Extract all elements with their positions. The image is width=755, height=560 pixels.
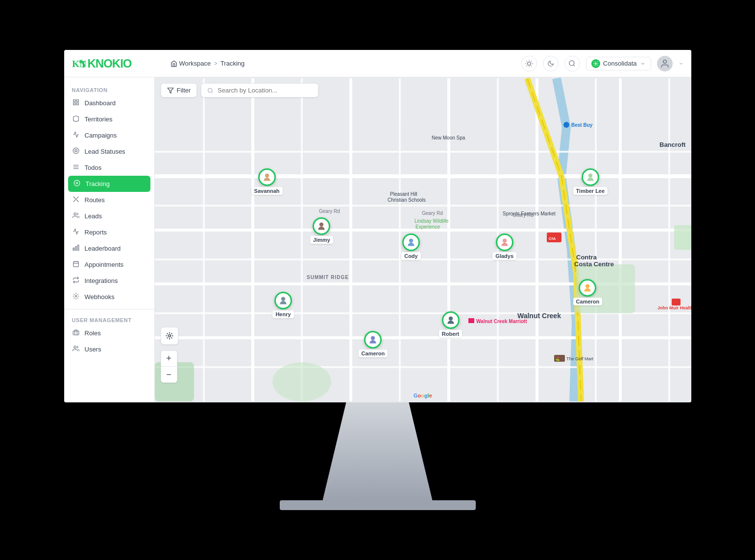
campaigns-icon	[72, 131, 80, 140]
sidebar-item-users[interactable]: Users	[64, 341, 154, 357]
sidebar-item-reports[interactable]: Reports	[64, 224, 154, 240]
zoom-in-button[interactable]: +	[161, 351, 177, 367]
chevron-down-icon	[640, 61, 646, 67]
map-pin-jimmy[interactable]: Jimmy	[310, 217, 333, 244]
sun-icon-button[interactable]	[521, 56, 537, 71]
sidebar-label-todos: Todos	[85, 164, 102, 171]
pin-label-gladys: Gladys	[492, 252, 516, 260]
sidebar-label-leaderboard: Leaderboard	[85, 245, 121, 252]
svg-point-38	[73, 346, 76, 349]
avatar-gladys	[496, 233, 513, 251]
svg-point-13	[569, 61, 574, 66]
map-pin-cameron2[interactable]: Cameron	[573, 279, 603, 305]
sidebar-item-territories[interactable]: Territories	[64, 111, 154, 127]
avatar-cameron2	[579, 279, 596, 297]
sidebar-item-lead-statuses[interactable]: Lead Statuses	[64, 143, 154, 160]
svg-point-97	[448, 317, 452, 321]
appointments-icon	[72, 260, 80, 269]
svg-rect-39	[155, 78, 691, 401]
filter-label: Filter	[177, 87, 191, 94]
google-logo: Google	[414, 393, 432, 398]
svg-text:Walnut Creek Marriott: Walnut Creek Marriott	[476, 319, 527, 324]
sidebar-item-roles[interactable]: Roles	[64, 325, 154, 341]
map-pin-timber-lee[interactable]: Timber Lee	[573, 168, 608, 195]
user-management-section-label: User Management	[64, 313, 154, 325]
pin-label-cameron1: Cameron	[359, 350, 388, 357]
leads-icon	[72, 212, 80, 220]
zoom-out-button[interactable]: −	[161, 367, 177, 382]
leaderboard-icon	[72, 244, 80, 253]
pin-label-cameron2: Cameron	[573, 298, 603, 305]
sidebar-item-routes[interactable]: Routes	[64, 192, 154, 208]
map-search-input[interactable]	[218, 87, 312, 94]
svg-rect-31	[73, 248, 74, 251]
monitor-base	[280, 500, 476, 510]
tracking-icon	[73, 180, 81, 188]
pin-label-jimmy: Jimmy	[310, 236, 333, 244]
svg-rect-29	[77, 245, 78, 251]
svg-marker-90	[168, 88, 173, 93]
svg-point-16	[663, 60, 666, 63]
svg-point-36	[75, 295, 77, 297]
sidebar-item-integrations[interactable]: Integrations	[64, 273, 154, 289]
sidebar-item-appointments[interactable]: Appointments	[64, 257, 154, 273]
svg-point-102	[168, 335, 170, 337]
search-icon-button[interactable]	[564, 56, 580, 71]
moon-icon-button[interactable]	[543, 56, 559, 71]
svg-text:Lindsay Wildlife: Lindsay Wildlife	[414, 218, 449, 224]
svg-text:Costa Centre: Costa Centre	[574, 260, 614, 268]
avatar-jimmy	[313, 217, 330, 235]
map-pin-robert[interactable]: Robert	[439, 311, 462, 338]
svg-text:CfA: CfA	[549, 236, 556, 241]
svg-rect-37	[73, 331, 79, 335]
svg-rect-88	[672, 299, 681, 305]
sidebar-label-integrations: Integrations	[85, 277, 118, 284]
breadcrumb-home[interactable]: Workspace	[170, 60, 211, 67]
user-avatar[interactable]	[657, 56, 673, 71]
sidebar-label-roles: Roles	[85, 329, 101, 337]
routes-icon	[72, 196, 80, 204]
filter-button[interactable]: Filter	[161, 83, 197, 97]
svg-text:Best Buy: Best Buy	[571, 122, 593, 128]
sidebar-label-territories: Territories	[85, 116, 113, 123]
svg-point-4	[528, 62, 531, 65]
map-pin-cody[interactable]: Cody	[401, 233, 421, 260]
sidebar-item-dashboard[interactable]: Dashboard	[64, 95, 154, 111]
location-button[interactable]	[161, 327, 178, 345]
dashboard-icon	[72, 99, 80, 107]
header-right: Consolidata	[521, 56, 683, 71]
users-icon	[72, 345, 80, 353]
svg-point-15	[595, 63, 596, 64]
company-selector[interactable]: Consolidata	[586, 57, 651, 70]
sidebar-item-tracking[interactable]: Tracking	[68, 176, 150, 192]
map-background[interactable]: Contra Costa Centre Walnut Creek Bancrof…	[155, 77, 691, 402]
todos-icon	[72, 163, 80, 172]
sidebar-label-leads: Leads	[85, 212, 102, 220]
svg-rect-19	[76, 103, 78, 105]
svg-rect-18	[76, 100, 78, 102]
sidebar-item-leads[interactable]: Leads	[64, 208, 154, 224]
svg-text:⛳: ⛳	[555, 356, 560, 361]
avatar-savannah	[258, 168, 276, 186]
sidebar-item-leaderboard[interactable]: Leaderboard	[64, 240, 154, 257]
sidebar-item-campaigns[interactable]: Campaigns	[64, 127, 154, 143]
svg-rect-86	[468, 318, 474, 323]
roles-icon	[72, 329, 80, 337]
pin-label-timber-lee: Timber Lee	[573, 187, 608, 195]
svg-rect-78	[547, 233, 561, 242]
sidebar-item-webhooks[interactable]: Webhooks	[64, 289, 154, 305]
logo-text: KNOKIO	[88, 57, 132, 70]
avatar-chevron-icon	[679, 61, 683, 66]
map-area: Contra Costa Centre Walnut Creek Bancrof…	[155, 77, 691, 402]
sidebar-item-todos[interactable]: Todos	[64, 160, 154, 176]
monitor-stand	[299, 402, 456, 500]
map-pin-savannah[interactable]: Savannah	[251, 168, 283, 195]
svg-point-70	[563, 122, 569, 128]
svg-rect-17	[73, 100, 75, 102]
svg-line-14	[574, 65, 575, 66]
svg-point-93	[265, 173, 268, 177]
map-pin-cameron1[interactable]: Cameron	[359, 331, 388, 357]
map-pin-gladys[interactable]: Gladys	[492, 233, 516, 260]
svg-point-21	[73, 148, 79, 154]
map-pin-henry[interactable]: Henry	[272, 292, 293, 318]
